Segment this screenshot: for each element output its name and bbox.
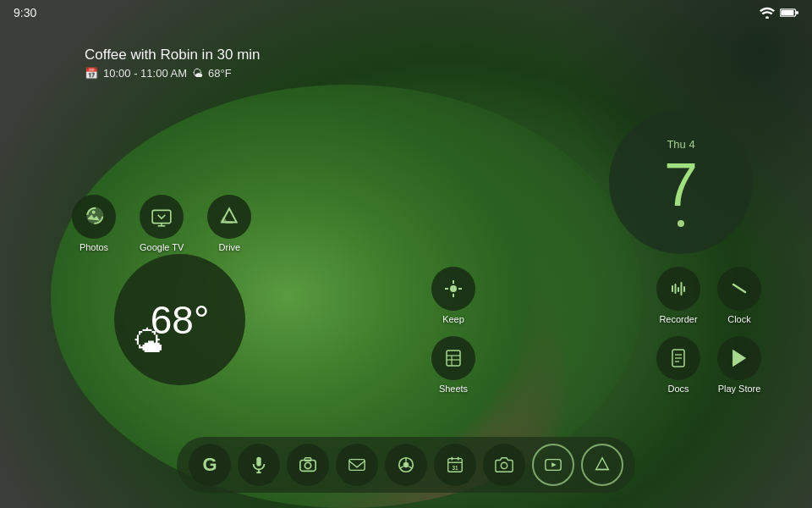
google-icon: G xyxy=(202,454,217,476)
weather-sun-icon: 🌤 xyxy=(133,324,163,360)
chrome-icon xyxy=(397,456,415,474)
clock-date: Thu 4 xyxy=(667,138,694,151)
svg-rect-2 xyxy=(781,10,793,15)
svg-rect-4 xyxy=(152,210,171,223)
app-item-clock[interactable]: Clock xyxy=(717,267,761,324)
docs-icon-bg xyxy=(656,336,700,380)
notification-time: 10:00 - 11:00 AM xyxy=(103,67,187,80)
app-grid-top: Photos Google TV Drive xyxy=(72,195,251,252)
svg-text:31: 31 xyxy=(452,465,458,471)
calendar-icon: 📅 xyxy=(85,67,98,80)
sheets-icon-bg xyxy=(431,336,475,380)
notification-widget: Coffee with Robin in 30 min 📅 10:00 - 11… xyxy=(85,47,261,80)
clock-widget[interactable]: Thu 4 7 xyxy=(609,110,753,254)
svg-point-34 xyxy=(403,462,409,467)
status-icons xyxy=(760,7,798,19)
weather-widget[interactable]: 68° 🌤 xyxy=(114,254,245,385)
svg-rect-13 xyxy=(447,351,460,366)
photos-icon xyxy=(85,202,109,227)
clock-label: Clock xyxy=(727,314,751,324)
svg-rect-18 xyxy=(675,284,677,294)
clock-time: 7 xyxy=(664,154,698,215)
dock-item-drive2[interactable] xyxy=(581,444,623,486)
sheets-label: Sheets xyxy=(439,384,468,394)
dock-item-chrome[interactable] xyxy=(385,444,427,486)
camera-icon xyxy=(495,456,513,474)
dock-item-assistant[interactable] xyxy=(238,444,280,486)
lens-icon xyxy=(299,456,317,474)
svg-rect-21 xyxy=(683,286,685,292)
clock-app-icon xyxy=(729,279,749,299)
sheets-icon xyxy=(443,348,464,368)
svg-point-30 xyxy=(304,462,310,468)
status-bar: 9:30 xyxy=(0,0,812,25)
battery-icon xyxy=(780,8,798,18)
svg-rect-19 xyxy=(678,287,679,292)
notification-temp: 68°F xyxy=(208,67,232,80)
googletv-icon xyxy=(151,206,173,228)
app-item-playstore[interactable]: Play Store xyxy=(717,336,761,394)
middle-app-grid: Keep Sheets xyxy=(431,267,475,394)
clock-icon-bg xyxy=(717,267,761,311)
photos-icon-bg xyxy=(72,195,116,239)
photos-label: Photos xyxy=(80,242,108,252)
dock-item-google[interactable]: G xyxy=(189,444,231,486)
recorder-icon-bg xyxy=(656,267,700,311)
recorder-label: Recorder xyxy=(659,314,697,324)
status-time: 9:30 xyxy=(14,6,36,19)
right-app-grid: Recorder Clock Docs xyxy=(656,267,761,394)
calendar-icon: 31 xyxy=(446,456,464,474)
app-row-1: Photos Google TV Drive xyxy=(72,195,251,252)
app-item-sheets[interactable]: Sheets xyxy=(431,336,475,394)
dock-item-gmail[interactable] xyxy=(336,444,378,486)
dock-item-camera[interactable] xyxy=(483,444,525,486)
keep-icon xyxy=(443,279,464,299)
app-item-recorder[interactable]: Recorder xyxy=(656,267,700,324)
dock-item-lens[interactable] xyxy=(287,444,329,486)
svg-rect-26 xyxy=(256,457,261,467)
wifi-icon xyxy=(760,7,775,19)
drive2-icon xyxy=(593,456,612,474)
svg-rect-17 xyxy=(672,285,673,292)
clock-dot xyxy=(678,220,684,227)
svg-rect-20 xyxy=(681,282,683,295)
weather-small-icon: 🌤 xyxy=(192,67,203,80)
app-item-docs[interactable]: Docs xyxy=(656,336,700,394)
keep-icon-bg xyxy=(431,267,475,311)
googletv-label: Google TV xyxy=(140,242,184,252)
app-item-googletv[interactable]: Google TV xyxy=(140,195,184,252)
svg-point-43 xyxy=(501,462,507,468)
assistant-icon xyxy=(250,456,268,474)
svg-rect-32 xyxy=(349,460,365,471)
svg-point-8 xyxy=(450,285,457,292)
svg-rect-3 xyxy=(796,11,798,14)
dock-item-calendar[interactable]: 31 xyxy=(434,444,476,486)
drive-icon xyxy=(218,206,240,228)
playstore-icon xyxy=(728,347,750,369)
svg-point-0 xyxy=(765,16,769,19)
docs-label: Docs xyxy=(667,384,689,394)
youtube-icon xyxy=(544,456,562,474)
notification-detail: 📅 10:00 - 11:00 AM 🌤 68°F xyxy=(85,67,261,80)
playstore-icon-bg xyxy=(717,336,761,380)
svg-rect-31 xyxy=(304,458,310,461)
dock-item-youtube[interactable] xyxy=(532,444,574,486)
drive-icon-bg xyxy=(207,195,251,239)
app-item-drive[interactable]: Drive xyxy=(207,195,251,252)
gmail-icon xyxy=(348,456,366,474)
docs-icon xyxy=(668,348,689,368)
googletv-icon-bg xyxy=(140,195,184,239)
recorder-icon xyxy=(668,279,689,299)
drive-label: Drive xyxy=(219,242,241,252)
playstore-label: Play Store xyxy=(718,384,761,394)
notification-title: Coffee with Robin in 30 min xyxy=(85,47,261,64)
keep-label: Keep xyxy=(442,314,464,324)
app-item-photos[interactable]: Photos xyxy=(72,195,116,252)
app-item-keep[interactable]: Keep xyxy=(431,267,475,324)
dock: G xyxy=(177,437,635,493)
